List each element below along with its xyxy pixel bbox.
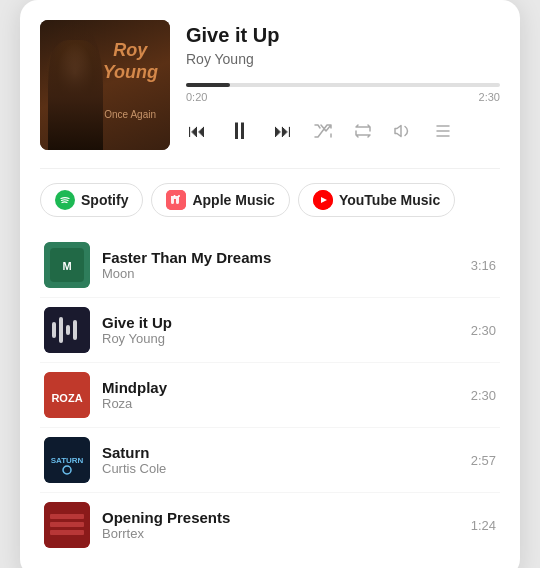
music-player-card: RoyYoung Once Again Give it Up Roy Young… — [20, 0, 520, 568]
source-tabs: Spotify Apple Music — [40, 183, 500, 217]
track-details-3: Mindplay Roza — [102, 379, 459, 411]
tab-youtube-music[interactable]: YouTube Music — [298, 183, 455, 217]
apple-music-icon — [166, 190, 186, 210]
svg-point-6 — [178, 195, 180, 197]
tab-apple-music-label: Apple Music — [192, 192, 274, 208]
track-artist-4: Curtis Cole — [102, 461, 459, 476]
time-total: 2:30 — [479, 91, 500, 103]
svg-rect-16 — [73, 320, 77, 340]
svg-rect-15 — [66, 325, 70, 335]
track-thumb-3: ROZA — [44, 372, 90, 418]
youtube-music-icon — [313, 190, 333, 210]
progress-times: 0:20 2:30 — [186, 91, 500, 103]
track-item-2[interactable]: Give it Up Roy Young 2:30 — [40, 298, 500, 363]
track-thumb-1: M — [44, 242, 90, 288]
svg-rect-14 — [59, 317, 63, 343]
pause-button[interactable]: ⏸ — [226, 115, 254, 147]
svg-rect-23 — [50, 514, 84, 519]
track-name-5: Opening Presents — [102, 509, 459, 526]
svg-rect-24 — [50, 522, 84, 527]
divider — [40, 168, 500, 169]
track-name-4: Saturn — [102, 444, 459, 461]
progress-container[interactable]: 0:20 2:30 — [186, 83, 500, 103]
track-artist-1: Moon — [102, 266, 459, 281]
track-thumb-5 — [44, 502, 90, 548]
track-thumb-4: SATURN — [44, 437, 90, 483]
track-name-3: Mindplay — [102, 379, 459, 396]
playback-controls: ⏮ ⏸ ⏭ — [186, 115, 500, 147]
track-details-1: Faster Than My Dreams Moon — [102, 249, 459, 281]
track-name-1: Faster Than My Dreams — [102, 249, 459, 266]
tab-spotify-label: Spotify — [81, 192, 128, 208]
now-playing-title: Give it Up — [186, 24, 500, 47]
time-current: 0:20 — [186, 91, 207, 103]
track-details-4: Saturn Curtis Cole — [102, 444, 459, 476]
track-duration-2: 2:30 — [471, 323, 496, 338]
spotify-icon — [55, 190, 75, 210]
album-title-overlay: RoyYoung — [103, 40, 158, 83]
now-playing-section: RoyYoung Once Again Give it Up Roy Young… — [40, 20, 500, 150]
track-duration-5: 1:24 — [471, 518, 496, 533]
track-item-3[interactable]: ROZA Mindplay Roza 2:30 — [40, 363, 500, 428]
tab-youtube-music-label: YouTube Music — [339, 192, 440, 208]
track-item-4[interactable]: SATURN Saturn Curtis Cole 2:57 — [40, 428, 500, 493]
track-duration-1: 3:16 — [471, 258, 496, 273]
shuffle-button[interactable] — [312, 122, 334, 140]
fast-forward-button[interactable]: ⏭ — [272, 119, 294, 144]
track-details-2: Give it Up Roy Young — [102, 314, 459, 346]
track-artist-3: Roza — [102, 396, 459, 411]
track-artist-2: Roy Young — [102, 331, 459, 346]
album-art: RoyYoung Once Again — [40, 20, 170, 150]
track-list: M Faster Than My Dreams Moon 3:16 Gi — [40, 233, 500, 557]
svg-rect-13 — [52, 322, 56, 338]
track-item-1[interactable]: M Faster Than My Dreams Moon 3:16 — [40, 233, 500, 298]
track-artist-5: Borrtex — [102, 526, 459, 541]
tab-apple-music[interactable]: Apple Music — [151, 183, 289, 217]
volume-button[interactable] — [392, 121, 414, 141]
repeat-button[interactable] — [352, 121, 374, 141]
svg-text:ROZA: ROZA — [51, 392, 82, 404]
track-duration-3: 2:30 — [471, 388, 496, 403]
svg-point-5 — [174, 195, 176, 197]
svg-text:M: M — [62, 260, 71, 272]
track-name-2: Give it Up — [102, 314, 459, 331]
album-subtitle-overlay: Once Again — [104, 109, 156, 120]
progress-bar[interactable] — [186, 83, 500, 87]
progress-fill — [186, 83, 230, 87]
tab-spotify[interactable]: Spotify — [40, 183, 143, 217]
queue-button[interactable] — [432, 122, 454, 140]
track-thumb-2 — [44, 307, 90, 353]
track-item-5[interactable]: Opening Presents Borrtex 1:24 — [40, 493, 500, 557]
track-duration-4: 2:57 — [471, 453, 496, 468]
svg-rect-25 — [50, 530, 84, 535]
svg-text:SATURN: SATURN — [51, 456, 84, 465]
track-info: Give it Up Roy Young 0:20 2:30 ⏮ ⏸ ⏭ — [186, 20, 500, 150]
rewind-button[interactable]: ⏮ — [186, 119, 208, 144]
track-details-5: Opening Presents Borrtex — [102, 509, 459, 541]
now-playing-artist: Roy Young — [186, 51, 500, 67]
